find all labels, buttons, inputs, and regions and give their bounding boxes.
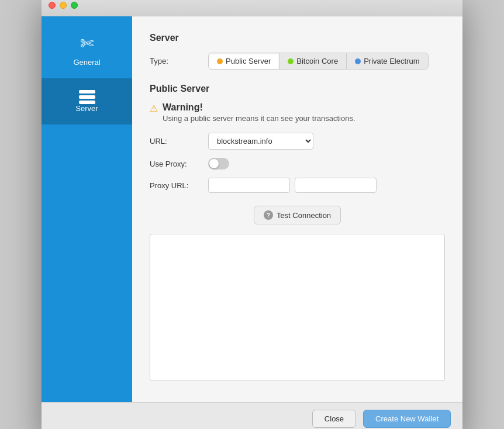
sidebar-label-general: General — [73, 58, 100, 67]
main-content: Server Type: Public Server Bitcoin Core — [132, 16, 462, 402]
server-icon — [79, 90, 95, 104]
sidebar-item-general[interactable]: ✄ General — [42, 22, 132, 78]
wrench-icon: ✄ — [80, 34, 94, 53]
type-label: Type: — [150, 57, 208, 65]
traffic-lights — [49, 2, 78, 9]
sidebar-label-server: Server — [75, 104, 98, 113]
type-btn-public-server[interactable]: Public Server — [209, 53, 279, 69]
close-button[interactable]: Close — [312, 410, 356, 428]
title-bar — [42, 0, 462, 16]
proxy-url-label: Proxy URL: — [150, 181, 208, 190]
type-btn-private-electrum[interactable]: Private Electrum — [347, 53, 427, 69]
use-proxy-toggle[interactable] — [208, 158, 229, 169]
sidebar: ✄ General Server — [42, 16, 132, 402]
create-new-wallet-button[interactable]: Create New Wallet — [363, 410, 451, 428]
test-connection-row: ? Test Connection — [150, 201, 445, 234]
minimize-window-button[interactable] — [60, 2, 67, 9]
warning-title: Warning! — [163, 102, 203, 112]
output-box — [150, 234, 445, 381]
dot-green-icon — [288, 58, 294, 64]
type-btn-bitcoin-core[interactable]: Bitcoin Core — [279, 53, 347, 69]
test-connection-button[interactable]: ? Test Connection — [254, 206, 341, 224]
close-window-button[interactable] — [49, 2, 56, 9]
warning-box: ⚠ Warning! Using a public server means i… — [150, 102, 445, 123]
warning-icon: ⚠ — [150, 103, 158, 114]
use-proxy-label: Use Proxy: — [150, 160, 208, 168]
dot-yellow-icon — [217, 58, 223, 64]
warning-text: Using a public server means it can see y… — [163, 114, 355, 123]
subsection-title: Public Server — [150, 84, 445, 94]
url-label: URL: — [150, 137, 208, 146]
bottom-bar: Close Create New Wallet — [42, 402, 462, 429]
maximize-window-button[interactable] — [71, 2, 78, 9]
proxy-inputs — [208, 178, 377, 193]
section-title: Server — [150, 33, 445, 43]
use-proxy-row: Use Proxy: — [150, 158, 445, 169]
main-window: ✄ General Server Server Type: — [42, 0, 462, 429]
url-select[interactable]: blockstream.info — [208, 133, 313, 150]
question-icon: ? — [264, 210, 273, 220]
type-buttons: Public Server Bitcoin Core Private Elect… — [208, 53, 429, 70]
proxy-url-row: Proxy URL: — [150, 178, 445, 193]
proxy-port-input[interactable] — [295, 178, 377, 193]
url-row: URL: blockstream.info — [150, 133, 445, 150]
dot-blue-icon — [355, 58, 361, 64]
warning-content: Warning! Using a public server means it … — [163, 102, 355, 123]
proxy-host-input[interactable] — [208, 178, 290, 193]
window-body: ✄ General Server Server Type: — [42, 16, 462, 402]
sidebar-item-server[interactable]: Server — [42, 78, 132, 124]
test-connection-label: Test Connection — [277, 211, 331, 220]
type-row: Type: Public Server Bitcoin Core Private… — [150, 53, 445, 70]
